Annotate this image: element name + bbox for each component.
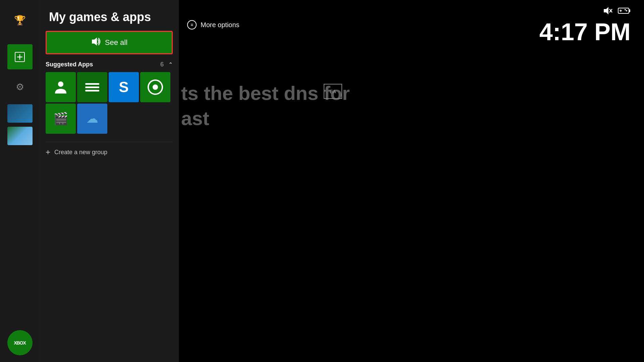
svg-point-11 xyxy=(626,10,627,11)
time-display: 4:17 PM xyxy=(539,20,631,44)
skype-letter: S xyxy=(119,79,128,96)
lines-icon xyxy=(85,83,99,92)
top-right-area: 4:17 PM xyxy=(539,6,631,44)
sidebar-thumb-blue xyxy=(7,104,33,123)
xbox-badge: XBOX xyxy=(7,330,33,355)
count-area: 6 ⌃ xyxy=(160,61,173,68)
create-group-button[interactable]: + Create a new group xyxy=(40,145,179,160)
trophy-icon: 🏆 xyxy=(6,7,33,34)
suggested-apps-title: Suggested Apps xyxy=(46,61,93,68)
svg-marker-3 xyxy=(604,7,608,14)
sidebar-thumb-landscape xyxy=(7,127,33,145)
controller-icon xyxy=(618,6,631,18)
mystic-app-tile[interactable] xyxy=(77,72,107,102)
apps-grid: S 🎬 ☁ xyxy=(40,72,179,139)
panel-title: My games & apps xyxy=(40,0,179,31)
mute-icon xyxy=(603,6,612,18)
svg-rect-7 xyxy=(629,9,630,12)
plus-icon: + xyxy=(46,147,50,157)
skype-app-tile[interactable]: S xyxy=(109,72,139,102)
cloud-icon: ☁ xyxy=(86,112,98,126)
groove-app-tile[interactable] xyxy=(140,72,170,102)
more-options-icon: ≡ xyxy=(187,20,197,29)
more-options-label: More options xyxy=(201,21,239,29)
ea-badge: EA xyxy=(324,84,342,99)
see-all-icon xyxy=(91,37,101,49)
suggested-count: 6 xyxy=(160,61,164,68)
see-all-button[interactable]: See all xyxy=(46,31,173,54)
svg-point-2 xyxy=(58,81,63,87)
more-options-button[interactable]: ≡ More options xyxy=(187,20,239,29)
status-icons xyxy=(603,6,631,18)
suggested-apps-header: Suggested Apps 6 ⌃ xyxy=(40,61,179,72)
onedrive-app-tile[interactable]: ☁ xyxy=(77,104,107,134)
groove-icon xyxy=(148,79,163,95)
movies-app-tile[interactable]: 🎬 xyxy=(46,104,76,134)
sidebar-green-icon[interactable] xyxy=(7,44,33,69)
bg-text-line2: ast xyxy=(181,106,350,131)
avatar-app-tile[interactable] xyxy=(46,72,76,102)
chevron-up-icon[interactable]: ⌃ xyxy=(168,61,173,68)
groove-inner xyxy=(153,84,158,90)
main-panel: My games & apps See all Suggested Apps 6… xyxy=(40,0,179,362)
svg-point-10 xyxy=(625,9,626,10)
divider xyxy=(46,142,173,142)
settings-icon[interactable]: ⚙ xyxy=(6,73,33,100)
see-all-label: See all xyxy=(105,38,127,47)
svg-marker-1 xyxy=(92,38,97,46)
create-group-label: Create a new group xyxy=(54,149,107,156)
left-sidebar: 🏆 ⚙ XBOX xyxy=(0,0,40,362)
clapper-icon: 🎬 xyxy=(53,112,68,126)
